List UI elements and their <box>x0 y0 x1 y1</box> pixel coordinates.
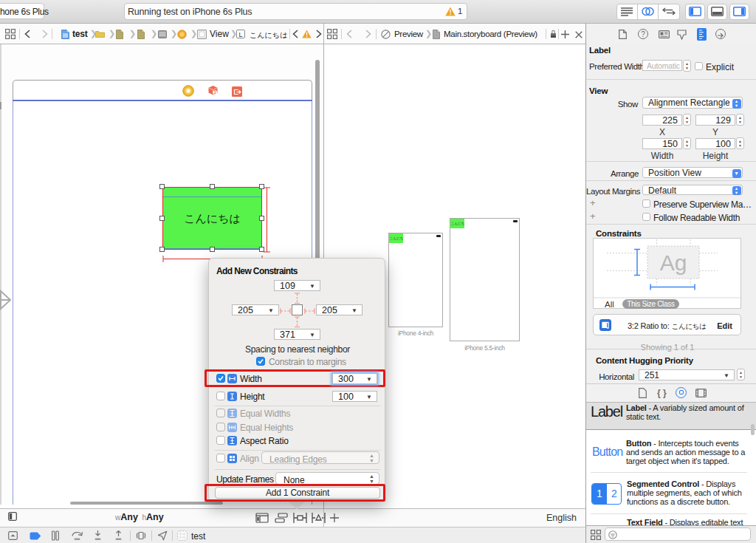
svg-text:Ag: Ag <box>660 250 687 275</box>
